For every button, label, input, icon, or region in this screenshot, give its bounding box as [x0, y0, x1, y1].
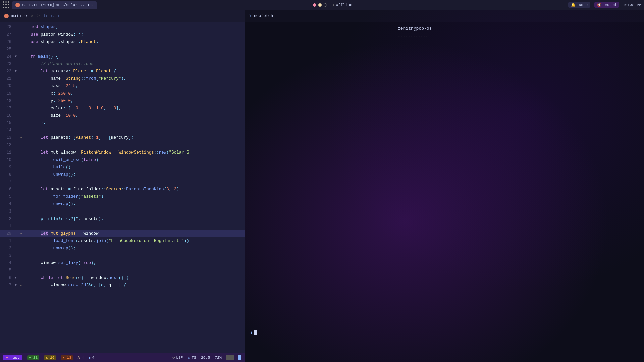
line-number: 3 — [2, 252, 15, 259]
fold-indicator[interactable]: ▼ — [15, 53, 20, 60]
line-content: .build() — [25, 164, 245, 171]
errors-badge: + 11 — [27, 355, 39, 360]
lang-indicator-icon — [238, 355, 241, 360]
line-number: 18 — [2, 97, 15, 105]
topbar-right: 🔔 None 🔇 Muted 10:38 PM — [568, 2, 641, 8]
line-content: .unwrap(); — [25, 245, 245, 252]
line-content: let assets = find_folder::Search::Parent… — [25, 186, 245, 193]
ts-label: TS — [192, 355, 196, 360]
position-status: 29:5 — [201, 355, 210, 360]
code-line: 15 }; — [0, 119, 245, 127]
code-line: 7 — [0, 178, 245, 186]
info-badge: ● 13 — [61, 355, 73, 360]
line-number: 5 — [2, 267, 15, 274]
code-line: 12 — [0, 141, 245, 149]
code-line: 1 — [0, 223, 245, 230]
ts-circle-icon: ⊙ — [188, 355, 190, 360]
line-number: 14 — [2, 127, 15, 134]
line-number: 10 — [2, 156, 15, 164]
line-content: let planets: [Planet; 1] = [mercury]; — [25, 134, 245, 141]
line-number: 7 — [2, 178, 15, 186]
line-content: name: String::from("Mercury"), — [25, 75, 245, 82]
line-number: 5 — [2, 193, 15, 200]
editor-pane: main.rs ✕ > fn main 28 mod shapes;27 use… — [0, 10, 245, 362]
errors-status: + 11 — [27, 355, 39, 360]
code-lines: 28 mod shapes;27 use piston_window::*;26… — [0, 22, 245, 290]
code-line: 21 name: String::from("Mercury"), — [0, 75, 245, 82]
line-content: use piston_window::*; — [25, 31, 245, 38]
cursor-position: 29:5 — [201, 355, 210, 360]
line-number: 12 — [2, 141, 15, 149]
code-line: 4 .unwrap(); — [0, 200, 245, 208]
line-number: 4 — [2, 200, 15, 208]
line-number: 20 — [2, 82, 15, 90]
editor-statusbar: ● rust + 11 ▲ 16 ● 13 A A 4 — [0, 353, 245, 362]
code-line: 13 ⚠ let planets: [Planet; 1] = [mercury… — [0, 134, 245, 141]
code-line: 2 println!("{:?}", assets); — [0, 215, 245, 223]
editor-file-icon — [4, 14, 9, 18]
neofetch-art — [250, 25, 391, 359]
circle-red — [313, 3, 327, 7]
bell-icon: 🔔 — [571, 3, 576, 7]
line-content: while let Some(e) = window.next() { — [25, 274, 245, 282]
code-line: 20 mass: 24.5, — [0, 82, 245, 90]
line-number: 25 — [2, 46, 15, 53]
line-number: 9 — [2, 164, 15, 171]
code-line: 23 // Planet definitions — [0, 60, 245, 68]
offline-label: Offline — [336, 3, 352, 7]
line-number: 7 — [2, 282, 15, 289]
error-dot: ● — [6, 355, 8, 360]
line-content: .exit_on_esc(false) — [25, 156, 245, 164]
tab-close-button[interactable]: ✕ — [91, 3, 93, 7]
fold-indicator[interactable]: ▼ — [15, 282, 20, 289]
line-content: mass: 24.5, — [25, 82, 245, 90]
line-number: 27 — [2, 31, 15, 38]
code-line: 9 .build() — [0, 164, 245, 171]
editor-file-title: main.rs — [11, 14, 28, 18]
line-content: }; — [25, 119, 245, 127]
fold-indicator[interactable]: ▼ — [15, 68, 20, 75]
line-number: 1 — [2, 223, 15, 230]
line-number: 13 — [2, 134, 15, 141]
diag-b-icon: ◆ — [89, 355, 91, 360]
line-number: 2 — [2, 215, 15, 223]
diag-a-status: A A 4 4 — [78, 355, 84, 360]
line-number: 3 — [2, 208, 15, 215]
warnings-count: 16 — [50, 356, 54, 360]
code-line: 29 ⚠ let mut_glyphs = window — [0, 230, 245, 237]
line-content: window.draw_2d(&e, |c, g, _| { — [25, 282, 245, 289]
line-content: y: 250.0, — [25, 97, 245, 105]
line-content: mod shapes; — [25, 23, 245, 31]
warning-icon: ⚠ — [20, 134, 25, 141]
code-line: 5 — [0, 267, 245, 274]
editor-header: main.rs ✕ > fn main — [0, 10, 245, 22]
line-number: 6 — [2, 186, 15, 193]
clock-time: 10:38 PM — [623, 3, 641, 7]
line-number: 29 — [2, 230, 15, 237]
fold-indicator[interactable]: ▼ — [15, 274, 20, 282]
window-title-tab[interactable]: main.rs (~Projects/solar_...) ✕ — [12, 1, 97, 9]
topbar: main.rs (~Projects/solar_...) ✕ ⚡ Offlin… — [0, 0, 644, 10]
line-content: let mut window: PistonWindow = WindowSet… — [25, 149, 245, 156]
code-line: 11 let mut window: PistonWindow = Window… — [0, 149, 245, 156]
line-number: 23 — [2, 60, 15, 68]
code-line: 5 .for_folder("assets") — [0, 193, 245, 200]
code-line: 28 mod shapes; — [0, 23, 245, 31]
editor-body[interactable]: 28 mod shapes;27 use piston_window::*;26… — [0, 22, 245, 353]
line-number: 8 — [2, 171, 15, 178]
fn-breadcrumb: fn main — [44, 14, 60, 18]
zoom-level: 72% — [215, 355, 222, 360]
info-count: 13 — [67, 356, 71, 360]
code-line: 3 — [0, 252, 245, 259]
code-line: 6▼ while let Some(e) = window.next() { — [0, 274, 245, 282]
code-line: 6 let assets = find_folder::Search::Pare… — [0, 186, 245, 193]
apps-grid-icon[interactable] — [3, 1, 10, 9]
muted-label: Muted — [605, 3, 616, 7]
mute-icon: 🔇 — [597, 3, 602, 7]
editor-tab-close[interactable]: ✕ — [31, 14, 33, 18]
lang-status[interactable]: ● rust — [3, 355, 22, 360]
zoom-status: 72% — [215, 355, 222, 360]
line-content: color: [1.0, 1.0, 1.0, 1.0], — [25, 105, 245, 112]
gear-status[interactable]: ⚙ LSP — [172, 355, 183, 360]
line-content: let mercury: Planet = Planet { — [25, 68, 245, 75]
